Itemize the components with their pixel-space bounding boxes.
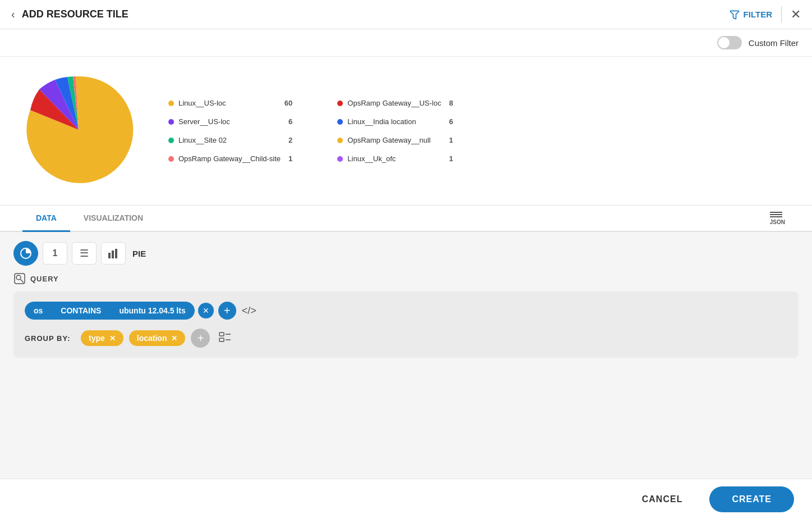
legend-value: 6 bbox=[449, 117, 453, 126]
tabs-header: DATA VISUALIZATION JSON bbox=[0, 206, 812, 232]
svg-rect-1 bbox=[108, 253, 111, 258]
json-line-3 bbox=[770, 216, 782, 217]
svg-point-5 bbox=[16, 275, 21, 280]
tab-visualization[interactable]: VISUALIZATION bbox=[70, 206, 157, 232]
svg-line-6 bbox=[20, 279, 24, 283]
legend-name: OpsRamp Gateway__Child-site bbox=[178, 154, 281, 163]
legend-left: Linux__US-loc 60 Server__US-loc 6 Linux_… bbox=[168, 99, 292, 163]
legend-name: Linux__US-loc bbox=[178, 99, 277, 107]
legend-dot bbox=[337, 138, 343, 143]
pie-label: PIE bbox=[132, 249, 146, 258]
filter-operator: CONTAINS bbox=[52, 302, 110, 320]
legend-item: OpsRamp Gateway__null 1 bbox=[337, 136, 453, 144]
query-icon bbox=[13, 272, 26, 285]
legend-name: Linux__India location bbox=[347, 117, 441, 126]
pie-icon bbox=[20, 248, 31, 259]
create-button[interactable]: CREATE bbox=[709, 486, 794, 512]
query-box: os CONTAINS ubuntu 12.04.5 lts ✕ + </> G… bbox=[13, 292, 799, 358]
legend-item: Server__US-loc 6 bbox=[168, 117, 292, 126]
json-line-2 bbox=[770, 214, 782, 215]
filter-pill: os CONTAINS ubuntu 12.04.5 lts bbox=[25, 302, 195, 320]
group-tag-type-label: type bbox=[89, 334, 105, 343]
header: ‹ ADD RESOURCE TILE FILTER ✕ bbox=[0, 0, 812, 29]
tabs-section: DATA VISUALIZATION JSON 1 ☰ bbox=[0, 205, 812, 367]
close-button[interactable]: ✕ bbox=[791, 7, 801, 22]
legend-item: Linux__India location 6 bbox=[337, 117, 453, 126]
chart-area: Linux__US-loc 60 Server__US-loc 6 Linux_… bbox=[0, 57, 812, 205]
custom-filter-toggle[interactable] bbox=[717, 36, 742, 49]
svg-rect-8 bbox=[219, 338, 224, 342]
query-section: QUERY os CONTAINS ubuntu 12.04.5 lts ✕ +… bbox=[0, 272, 812, 367]
legend-value: 8 bbox=[449, 99, 453, 107]
number-icon: 1 bbox=[53, 248, 58, 258]
filter-label: FILTER bbox=[744, 10, 772, 19]
bar-icon bbox=[108, 248, 119, 258]
legend-dot bbox=[337, 156, 343, 162]
custom-filter-bar: Custom Filter bbox=[0, 29, 812, 57]
list-view-button[interactable]: ☰ bbox=[72, 242, 97, 265]
filter-row: os CONTAINS ubuntu 12.04.5 lts ✕ + </> bbox=[25, 302, 787, 320]
legend-item: Linux__Uk_ofc 1 bbox=[337, 154, 453, 163]
legend-dot bbox=[168, 138, 174, 143]
filter-remove-button[interactable]: ✕ bbox=[198, 303, 214, 318]
page-title: ADD RESOURCE TILE bbox=[22, 8, 129, 20]
legend-dot bbox=[337, 119, 343, 125]
legend-right: OpsRamp Gateway__US-loc 8 Linux__India l… bbox=[337, 99, 453, 163]
group-by-label: GROUP BY: bbox=[25, 334, 75, 343]
group-icon[interactable] bbox=[219, 332, 231, 345]
legend-value: 1 bbox=[288, 154, 292, 163]
filter-button[interactable]: FILTER bbox=[729, 9, 772, 20]
toggle-knob bbox=[718, 37, 730, 48]
legend-value: 1 bbox=[449, 136, 453, 144]
header-divider bbox=[781, 6, 782, 23]
group-tag-location-label: location bbox=[137, 334, 167, 343]
filter-icon bbox=[729, 9, 740, 20]
group-by-row: GROUP BY: type ✕ location ✕ + bbox=[25, 329, 787, 348]
pie-chart-svg bbox=[22, 74, 135, 186]
code-icon[interactable]: </> bbox=[242, 305, 256, 317]
group-tag-type-remove[interactable]: ✕ bbox=[109, 334, 116, 343]
header-left: ‹ ADD RESOURCE TILE bbox=[11, 8, 129, 21]
json-button[interactable]: JSON bbox=[765, 207, 790, 230]
filter-add-button[interactable]: + bbox=[218, 302, 236, 320]
group-add-button[interactable]: + bbox=[191, 329, 210, 348]
legend-name: Server__US-loc bbox=[178, 117, 281, 126]
svg-rect-7 bbox=[219, 333, 224, 336]
legend-name: Linux__Uk_ofc bbox=[347, 154, 441, 163]
cancel-button[interactable]: CANCEL bbox=[624, 486, 701, 512]
legend-dot bbox=[168, 101, 174, 106]
filter-field: os bbox=[25, 302, 52, 320]
legend-item: Linux__US-loc 60 bbox=[168, 99, 292, 107]
query-header: QUERY bbox=[13, 272, 799, 285]
group-tag-location: location ✕ bbox=[129, 330, 186, 346]
legend-value: 60 bbox=[285, 99, 292, 107]
legend-container: Linux__US-loc 60 Server__US-loc 6 Linux_… bbox=[168, 99, 790, 163]
legend-item: Linux__Site 02 2 bbox=[168, 136, 292, 144]
pie-view-button[interactable] bbox=[13, 241, 38, 266]
back-button[interactable]: ‹ bbox=[11, 8, 15, 21]
header-right: FILTER ✕ bbox=[729, 6, 801, 23]
legend-dot bbox=[337, 101, 343, 106]
legend-name: Linux__Site 02 bbox=[178, 136, 281, 144]
svg-rect-3 bbox=[115, 249, 117, 258]
legend-value: 2 bbox=[288, 136, 292, 144]
query-label: QUERY bbox=[30, 275, 59, 283]
legend-name: OpsRamp Gateway__null bbox=[347, 136, 441, 144]
legend-name: OpsRamp Gateway__US-loc bbox=[347, 99, 441, 107]
bar-view-button[interactable] bbox=[101, 242, 126, 265]
legend-item: OpsRamp Gateway__US-loc 8 bbox=[337, 99, 453, 107]
legend-value: 6 bbox=[288, 117, 292, 126]
pie-chart bbox=[22, 74, 135, 188]
json-label: JSON bbox=[770, 219, 785, 225]
list-icon: ☰ bbox=[80, 247, 89, 260]
tab-data[interactable]: DATA bbox=[22, 206, 70, 232]
number-view-button[interactable]: 1 bbox=[43, 242, 67, 265]
custom-filter-label: Custom Filter bbox=[749, 38, 799, 48]
view-controls: 1 ☰ PIE bbox=[0, 232, 812, 272]
group-by-icon-svg bbox=[219, 332, 231, 342]
group-tag-location-remove[interactable]: ✕ bbox=[171, 334, 177, 343]
json-line-1 bbox=[770, 212, 782, 213]
group-tag-type: type ✕ bbox=[81, 330, 123, 346]
legend-value: 1 bbox=[449, 154, 453, 163]
svg-rect-2 bbox=[112, 251, 114, 258]
